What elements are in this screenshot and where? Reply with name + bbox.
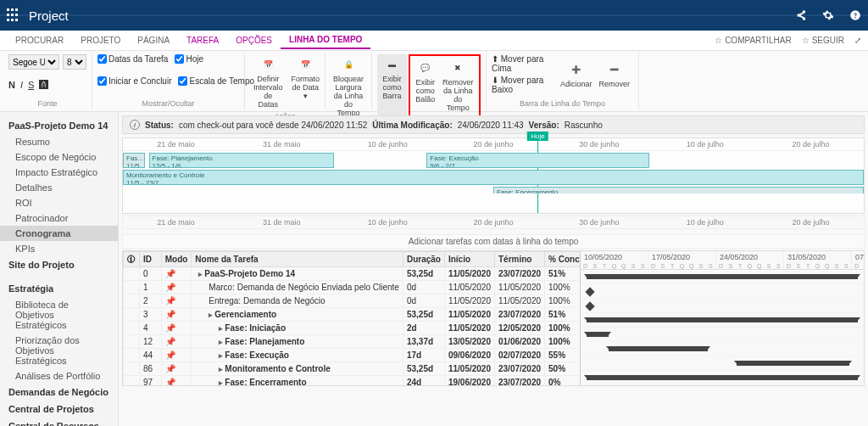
nav-central-recursos[interactable]: Central de Recursos (0, 418, 118, 426)
help-icon[interactable] (849, 9, 861, 21)
timeline-bar-execucao[interactable]: Fase: Execução9/6 - 2/7 (426, 153, 648, 168)
nav-impacto[interactable]: Impacto Estratégico (0, 165, 118, 180)
nav-resumo[interactable]: Resumo (0, 134, 118, 149)
chk-datas-tarefa[interactable]: Datas da Tarefa (97, 54, 168, 64)
exibir-balao-button[interactable]: 💬Exibir como Balão (412, 58, 439, 114)
gantt-row[interactable] (581, 328, 864, 342)
font-size-select[interactable]: 8 (63, 54, 86, 70)
nav-central-projetos[interactable]: Central de Projetos (0, 401, 118, 418)
add-tasks-label[interactable]: Adicionar tarefas com datas à linha do t… (122, 234, 865, 249)
formato-data-button[interactable]: 📅Formato de Data ▾ (288, 54, 324, 110)
italic-button[interactable]: I (20, 80, 23, 90)
table-row[interactable]: 4📌 ▸Fase: Iniciação 2d11/05/2020 12/05/2… (124, 322, 581, 335)
nav-escopo[interactable]: Escopo de Negócio (0, 149, 118, 165)
hoje-marker: Hoje (527, 132, 548, 141)
adicionar-button[interactable]: ➕Adicionar (557, 59, 596, 90)
tab-opcoes[interactable]: OPÇÕES (227, 32, 281, 48)
timeline[interactable]: Hoje 21 de maio31 de maio10 de junho20 d… (122, 137, 865, 214)
underline-button[interactable]: S (28, 80, 34, 90)
timeline-scale: 21 de maio31 de maio10 de junho20 de jun… (123, 138, 864, 151)
sidebar: PaaS-Projeto Demo 14 Resumo Escopo de Ne… (0, 112, 119, 426)
nav-priorizacao[interactable]: Priorização dos Objetivos Estratégicos (0, 333, 118, 368)
timeline-bar-fase[interactable]: Fas...11/5 (123, 153, 145, 168)
bloquear-largura-button[interactable]: 🔒Bloquear Largura da Linha do Tempo (331, 54, 366, 119)
group-label-barra: Barra de Linha do Tempo (492, 99, 633, 108)
ribbon: Segoe UI 8 N I S 🅰 Fonte Datas da Tarefa… (0, 51, 868, 112)
nav-roi[interactable]: ROI (0, 195, 118, 210)
table-row[interactable]: 3📌 ▸Gerenciamento 53,25d11/05/2020 23/07… (124, 308, 581, 322)
nav-patrocinador[interactable]: Patrocinador (0, 210, 118, 226)
definir-intervalo-button[interactable]: 📅Definir Intervalo de Datas (250, 54, 287, 110)
nav-demandas[interactable]: Demandas de Negócio (0, 384, 118, 401)
expand-icon[interactable]: ⤢ (854, 36, 861, 45)
timeline-bar-planejamento[interactable]: Fase: Planejamento13/5 - 1/6 (149, 153, 335, 168)
status-bar: i Status: com check-out para você desde … (122, 115, 865, 134)
nav-cronograma[interactable]: Cronograma (0, 226, 118, 241)
share-button[interactable]: ☆ COMPARTILHAR (715, 36, 792, 45)
tab-tarefa[interactable]: TAREFA (178, 32, 227, 48)
follow-button[interactable]: ☆ SEGUIR (802, 36, 844, 45)
table-row[interactable]: 44📌 ▸Fase: Execução 17d09/06/2020 02/07/… (124, 349, 581, 362)
nav-group-estrategia[interactable]: Estratégia (0, 280, 118, 297)
timeline-scale-2: 21 de maio31 de maio10 de junho20 de jun… (122, 216, 865, 229)
gantt-row[interactable] (581, 313, 864, 328)
ribbon-tabs: PROCURAR PROJETO PÁGINA TAREFA OPÇÕES LI… (0, 31, 868, 51)
nav-biblioteca[interactable]: Biblioteca de Objetivos Estratégicos (0, 297, 118, 333)
gantt-row[interactable] (581, 342, 864, 356)
info-icon: i (130, 120, 140, 130)
gantt-row[interactable] (581, 270, 864, 284)
gantt-row[interactable] (581, 284, 864, 299)
remover-button[interactable]: ➖Remover (595, 59, 633, 90)
font-family-select[interactable]: Segoe UI (8, 54, 59, 70)
share-icon[interactable] (795, 9, 807, 21)
exibir-barra-button[interactable]: ▬Exibir como Barra (377, 54, 407, 117)
bold-button[interactable]: N (8, 80, 15, 90)
table-row[interactable]: 12📌 ▸Fase: Planejamento 13,37d13/05/2020… (124, 335, 581, 349)
mover-baixo-button[interactable]: ⬇ Mover para Baixo (492, 76, 552, 94)
gear-icon[interactable] (822, 9, 834, 21)
remover-linha-highlight: 💬Exibir como Balão ✖Remover da Linha do … (409, 54, 481, 117)
remover-linha-tempo-button[interactable]: ✖Remover da Linha do Tempo (439, 58, 477, 114)
timeline-bar-monitoramento[interactable]: Monitoramento e Controle11/5 - 23/7 (123, 170, 864, 185)
app-title: Project (29, 8, 69, 23)
gantt-chart[interactable]: 10/05/2020DSTQQSS17/05/2020DSTQQSS24/05/… (581, 251, 864, 385)
tab-linha-tempo[interactable]: LINHA DO TEMPO (281, 31, 370, 49)
nav-analises[interactable]: Análises de Portfólio (0, 368, 118, 384)
tab-pagina[interactable]: PÁGINA (129, 32, 178, 48)
mover-cima-button[interactable]: ⬆ Mover para Cima (492, 54, 552, 73)
tab-procurar[interactable]: PROCURAR (7, 32, 72, 48)
gantt-row[interactable] (581, 356, 864, 371)
chk-escala-tempo[interactable]: Escala de Tempo (178, 76, 254, 86)
group-label-mostrar: Mostrar/Ocultar (97, 99, 239, 108)
app-header: Project (0, 0, 868, 31)
table-row[interactable]: 2📌 Entrega: Demanda de Negócio 0d11/05/2… (124, 294, 581, 308)
nav-detalhes[interactable]: Detalhes (0, 180, 118, 195)
timeline-bar-encerramento[interactable]: Fase: Encerramento18/6 - 23/7 (493, 187, 864, 193)
font-color-icon[interactable]: 🅰 (39, 80, 48, 90)
tab-projeto[interactable]: PROJETO (72, 32, 129, 48)
table-row[interactable]: 0📌 ▸PaaS-Projeto Demo 14 53,25d11/05/202… (124, 267, 581, 281)
nav-group-project[interactable]: PaaS-Projeto Demo 14 (0, 117, 118, 134)
gantt-row[interactable] (581, 299, 864, 313)
table-row[interactable]: 97📌 ▸Fase: Encerramento 24d19/06/2020 23… (124, 376, 581, 386)
task-grid[interactable]: 🛈 ID Modo Nome da Tarefa Duração Início … (123, 251, 581, 385)
chk-iniciar-concluir[interactable]: Iniciar e Concluir (97, 76, 171, 86)
group-label-fonte: Fonte (8, 99, 86, 108)
app-launcher-icon[interactable] (7, 8, 20, 22)
task-grid-gantt: 🛈 ID Modo Nome da Tarefa Duração Início … (122, 250, 865, 386)
table-row[interactable]: 86📌 ▸Monitoramento e Controle 53,25d11/0… (124, 362, 581, 376)
content-area: i Status: com check-out para você desde … (119, 112, 868, 426)
nav-kpis[interactable]: KPIs (0, 241, 118, 256)
gantt-row[interactable] (581, 371, 864, 385)
nav-site-projeto[interactable]: Site do Projeto (0, 256, 118, 273)
chk-hoje[interactable]: Hoje (175, 54, 203, 64)
table-row[interactable]: 1📌 Marco: Demanda de Negócio Enviada pel… (124, 281, 581, 294)
